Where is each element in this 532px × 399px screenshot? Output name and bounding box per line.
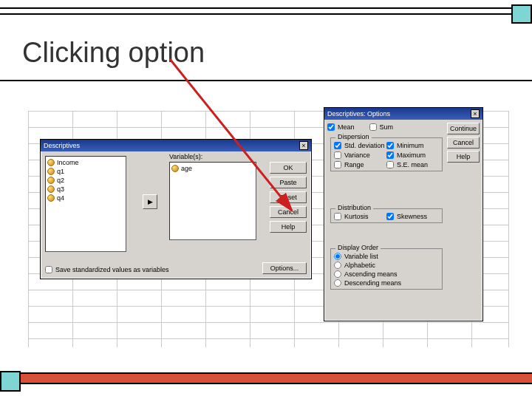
list-item: q2 [47,176,124,185]
paste-button[interactable]: Paste [270,177,307,188]
help-button[interactable]: Help [447,151,480,163]
decor-bar-bottom [0,372,532,384]
descriptives-title-text: Descriptives [44,142,80,149]
variable-icon [47,177,55,184]
order-variable-list-radio[interactable]: Variable list [334,252,439,261]
distribution-group: Distribution Kurtosis Skewness [330,208,443,223]
continue-button[interactable]: Continue [447,123,480,134]
list-item: age [171,164,254,173]
variables-label: Variable(s): [169,153,202,160]
cancel-button[interactable]: Cancel [447,137,480,149]
move-right-button[interactable]: ▶ [143,194,157,209]
variable-icon [171,165,179,172]
variable-icon [47,159,55,166]
close-icon[interactable]: × [299,141,308,150]
slide-frame: Clicking option Descriptives × Income q1… [0,0,532,399]
close-icon[interactable]: × [471,109,480,118]
order-ascending-radio[interactable]: Ascending means [334,270,439,279]
range-checkbox[interactable]: Range [334,160,386,169]
order-descending-radio[interactable]: Descending means [334,279,439,287]
skewness-checkbox[interactable]: Skewness [386,212,439,221]
options-button[interactable]: Options... [262,262,307,274]
ok-button[interactable]: OK [270,162,307,174]
kurtosis-checkbox[interactable]: Kurtosis [334,212,386,221]
save-standardized-checkbox[interactable]: Save standardized values as variables [45,265,169,274]
variable-icon [47,194,55,202]
options-titlebar[interactable]: Descriptives: Options × [324,108,482,120]
distribution-legend: Distribution [335,204,373,211]
variable-icon [47,185,55,193]
target-variable-list[interactable]: age [169,162,256,240]
options-title-text: Descriptives: Options [327,110,390,117]
se-mean-checkbox[interactable]: S.E. mean [386,160,439,169]
display-order-legend: Display Order [335,244,381,251]
descriptives-dialog: Descriptives × Income q1 q2 q3 q4 Variab… [40,139,312,279]
list-item: q3 [47,185,124,194]
chevron-right-icon: ▶ [148,198,153,205]
list-item: q1 [47,167,124,176]
decor-bar-top [0,7,532,15]
descriptives-titlebar[interactable]: Descriptives × [41,140,311,151]
mean-checkbox[interactable]: Mean [327,123,355,132]
order-alphabetic-radio[interactable]: Alphabetic [334,261,439,270]
variance-checkbox[interactable]: Variance [334,151,386,160]
std-deviation-checkbox[interactable]: Std. deviation [334,141,386,150]
dispersion-group: Dispersion Std. deviation Minimum Varian… [330,137,443,171]
minimum-checkbox[interactable]: Minimum [386,141,439,150]
maximum-checkbox[interactable]: Maximum [386,151,439,160]
slide-title: Clicking option [22,37,205,69]
decor-title-underline [0,80,532,81]
options-dialog: Descriptives: Options × Mean Sum Continu… [324,107,483,321]
display-order-group: Display Order Variable list Alphabetic A… [330,248,443,290]
reset-button[interactable]: Reset [270,191,307,203]
help-button[interactable]: Help [270,221,307,233]
cancel-button[interactable]: Cancel [270,206,307,218]
variable-icon [47,168,55,175]
dispersion-legend: Dispersion [335,133,372,140]
source-variable-list[interactable]: Income q1 q2 q3 q4 [45,156,126,252]
sum-checkbox[interactable]: Sum [369,123,394,132]
list-item: Income [47,158,124,167]
list-item: q4 [47,194,124,202]
